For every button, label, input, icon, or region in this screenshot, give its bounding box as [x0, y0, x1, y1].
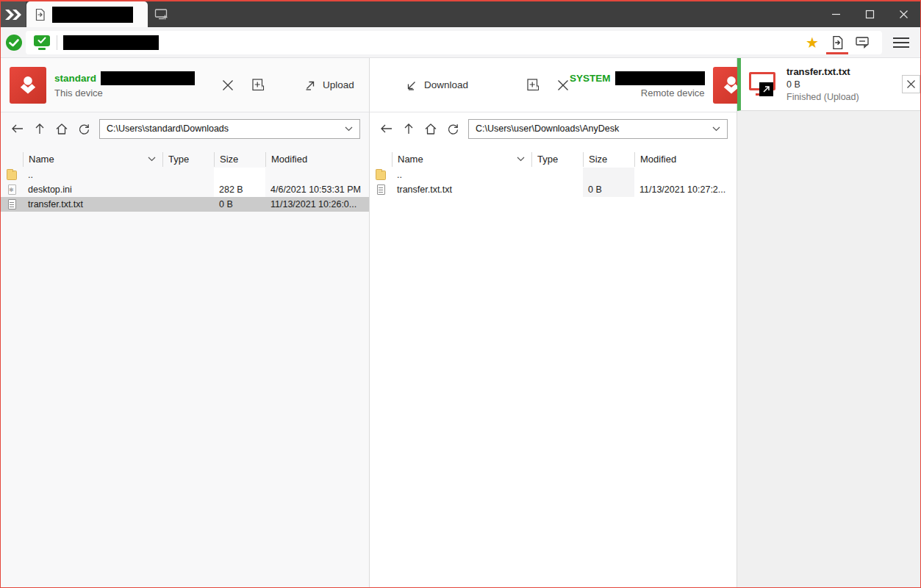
redacted-remote-address: [63, 35, 159, 50]
anydesk-logo-icon: [1, 1, 26, 27]
upload-button[interactable]: Upload: [304, 79, 354, 92]
remote-device-name: SYSTEM: [570, 73, 611, 84]
column-header-type[interactable]: Type: [162, 152, 214, 167]
local-file-table: Name Type Size Modified ..: [1, 151, 369, 212]
transfer-sidebar: transfer.txt.txt 0 B Finished (Upload): [737, 58, 920, 587]
local-nav-row: C:\Users\standard\Downloads: [1, 112, 369, 145]
remote-path-value: C:\Users\user\Downloads\AnyDesk: [476, 123, 712, 134]
address-bar[interactable]: ★: [26, 31, 882, 54]
file-transfer-view-button[interactable]: [825, 31, 850, 54]
new-session-tab-button[interactable]: [148, 1, 176, 27]
divider: [57, 35, 57, 50]
refresh-icon[interactable]: [442, 118, 464, 140]
column-header-name[interactable]: Name: [392, 152, 531, 167]
new-folder-button[interactable]: [251, 77, 265, 93]
local-device-logo-icon: [10, 67, 46, 104]
table-row-desktop-ini[interactable]: desktop.ini 282 B 4/6/2021 10:53:31 PM: [1, 182, 369, 197]
home-icon[interactable]: [51, 118, 73, 140]
remote-path-combobox[interactable]: C:\Users\user\Downloads\AnyDesk: [468, 119, 728, 139]
chevron-down-icon: [345, 126, 353, 132]
remote-monitor-upload-icon: [749, 72, 778, 97]
transfer-size: 0 B: [786, 79, 902, 90]
local-file-panel: standard This device: [1, 58, 370, 587]
ini-file-icon: [8, 184, 16, 195]
maximize-button[interactable]: [853, 1, 886, 27]
local-path-combobox[interactable]: C:\Users\standard\Downloads: [99, 119, 360, 139]
close-button[interactable]: [886, 1, 920, 27]
remote-nav-row: C:\Users\user\Downloads\AnyDesk: [370, 112, 737, 145]
connection-status-icon: [5, 34, 23, 51]
redacted-tab-title: [52, 7, 133, 23]
file-transfer-tab-icon: [34, 8, 46, 21]
deselect-button[interactable]: [221, 79, 234, 92]
transfer-list-item[interactable]: transfer.txt.txt 0 B Finished (Upload): [737, 58, 920, 111]
column-header-type[interactable]: Type: [531, 152, 583, 167]
back-icon[interactable]: [376, 118, 398, 140]
text-file-icon: [377, 184, 385, 195]
chat-button[interactable]: [850, 31, 875, 54]
column-header-size[interactable]: Size: [214, 152, 265, 167]
remote-file-table: Name Type Size Modified ..: [370, 151, 737, 197]
remote-file-panel: Download SYSTEM: [370, 58, 737, 587]
home-icon[interactable]: [420, 118, 442, 140]
remote-desk-status-icon: [33, 35, 51, 51]
up-icon[interactable]: [29, 118, 51, 140]
remote-table-header: Name Type Size Modified: [370, 151, 737, 168]
transfer-status: Finished (Upload): [786, 92, 902, 102]
local-device-sublabel: This device: [54, 87, 195, 98]
table-row-transfer-txt[interactable]: transfer.txt.txt 0 B 11/13/2021 10:27:2.…: [370, 182, 737, 197]
transfer-filename: transfer.txt.txt: [786, 66, 902, 77]
column-header-modified[interactable]: Modified: [634, 152, 737, 167]
sort-chevron-icon: [517, 157, 525, 162]
refresh-icon[interactable]: [73, 118, 95, 140]
up-icon[interactable]: [398, 118, 420, 140]
table-row-parent-dir[interactable]: ..: [1, 168, 369, 182]
download-label: Download: [424, 79, 468, 90]
sort-chevron-icon: [148, 157, 156, 162]
titlebar: [1, 1, 920, 27]
upload-label: Upload: [323, 79, 354, 90]
new-folder-button[interactable]: [526, 77, 540, 93]
table-row-transfer-txt[interactable]: transfer.txt.txt 0 B 11/13/2021 10:26:0.…: [1, 197, 369, 212]
column-header-name[interactable]: Name: [23, 152, 162, 167]
folder-icon: [7, 171, 17, 180]
column-header-modified[interactable]: Modified: [265, 152, 369, 167]
folder-icon: [376, 171, 386, 180]
download-arrow-icon: [405, 79, 418, 92]
local-path-value: C:\Users\standard\Downloads: [107, 123, 345, 134]
deselect-button[interactable]: [556, 79, 570, 92]
back-icon[interactable]: [7, 118, 29, 140]
titlebar-drag-area[interactable]: [176, 1, 819, 27]
column-header-size[interactable]: Size: [583, 152, 634, 167]
local-table-header: Name Type Size Modified: [1, 151, 369, 168]
redacted-local-device-id: [101, 71, 195, 85]
transfer-dismiss-button[interactable]: [902, 75, 920, 93]
text-file-icon: [8, 199, 16, 209]
table-row-parent-dir[interactable]: ..: [370, 168, 737, 182]
redacted-remote-device-id: [615, 71, 705, 85]
anydesk-window: ★: [0, 0, 921, 588]
local-device-name: standard: [54, 73, 96, 84]
upload-arrow-icon: [304, 79, 317, 92]
remote-panel-header: Download SYSTEM: [370, 58, 737, 112]
download-button[interactable]: Download: [405, 79, 468, 92]
remote-device-sublabel: Remote device: [641, 87, 705, 98]
menu-button[interactable]: [886, 37, 916, 48]
minimize-button[interactable]: [819, 1, 853, 27]
transfer-list-empty-area: [737, 111, 920, 587]
chevron-down-icon: [712, 126, 720, 132]
favorite-star-icon[interactable]: ★: [800, 31, 825, 54]
local-panel-header: standard This device: [1, 58, 369, 112]
address-row: ★: [1, 27, 920, 58]
session-tab[interactable]: [26, 1, 148, 27]
